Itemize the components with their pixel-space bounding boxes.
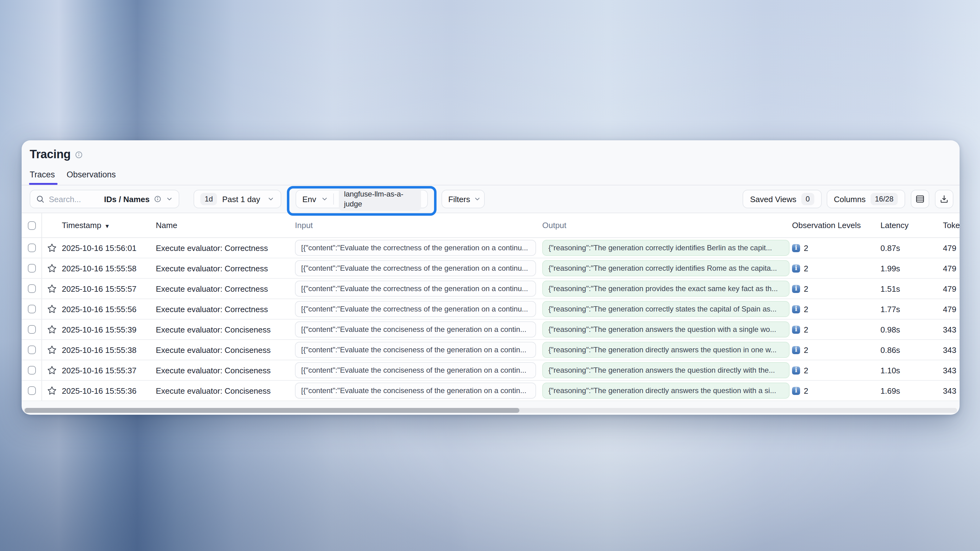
trace-tokens: 479 → (943, 284, 959, 293)
trace-name: Execute evaluator: Conciseness (156, 325, 295, 334)
row-checkbox[interactable] (27, 325, 35, 334)
table-row[interactable]: 2025-10-16 15:55:37 Execute evaluator: C… (22, 360, 959, 381)
columns-button[interactable]: Columns 16/28 (826, 190, 905, 208)
search-scope-label[interactable]: IDs / Names (104, 194, 150, 204)
trace-output-preview[interactable]: {"reasoning":"The generation correctly s… (542, 301, 789, 317)
trace-name: Execute evaluator: Conciseness (156, 386, 295, 395)
trace-name: Execute evaluator: Conciseness (156, 345, 295, 354)
row-checkbox[interactable] (27, 305, 35, 313)
tab-bar: Traces Observations (30, 170, 951, 185)
table-row[interactable]: 2025-10-16 15:55:39 Execute evaluator: C… (22, 319, 959, 340)
observation-level-count: 2 (804, 365, 808, 375)
row-checkbox[interactable] (27, 366, 35, 375)
trace-tokens: 479 → (943, 304, 959, 314)
trace-timestamp: 2025-10-16 15:56:01 (62, 243, 156, 252)
row-checkbox[interactable] (27, 243, 35, 252)
trace-timestamp: 2025-10-16 15:55:58 (62, 264, 156, 273)
star-icon[interactable] (47, 324, 57, 334)
horizontal-scrollbar[interactable] (24, 408, 957, 413)
export-button[interactable] (935, 190, 953, 208)
table-rows-icon (915, 194, 925, 204)
observation-level-count: 2 (804, 386, 808, 395)
table-row[interactable]: 2025-10-16 15:55:38 Execute evaluator: C… (22, 340, 959, 360)
info-icon[interactable] (154, 195, 161, 203)
horizontal-scrollbar-thumb[interactable] (25, 408, 519, 413)
header-latency[interactable]: Latency (880, 221, 943, 230)
star-icon[interactable] (47, 263, 57, 273)
table-row[interactable]: 2025-10-16 15:55:58 Execute evaluator: C… (22, 258, 959, 279)
trace-input-preview[interactable]: [{"content":"Evaluate the correctness of… (295, 281, 536, 297)
header-cell-select (22, 213, 42, 237)
trace-input-preview[interactable]: [{"content":"Evaluate the conciseness of… (295, 362, 536, 378)
trace-input-preview[interactable]: [{"content":"Evaluate the conciseness of… (295, 383, 536, 399)
star-icon[interactable] (47, 386, 57, 395)
trace-output-preview[interactable]: {"reasoning":"The generation correctly i… (542, 260, 789, 276)
saved-views-button[interactable]: Saved Views 0 (743, 190, 821, 208)
trace-timestamp: 2025-10-16 15:55:57 (62, 284, 156, 293)
filters-button[interactable]: Filters (441, 190, 485, 208)
row-checkbox[interactable] (27, 264, 35, 273)
header-input[interactable]: Input (295, 221, 542, 230)
columns-count-badge: 16/28 (870, 193, 898, 205)
chevron-down-icon (474, 195, 481, 203)
select-all-checkbox[interactable] (27, 221, 35, 230)
trace-latency: 0.87s (880, 243, 943, 252)
trace-output-preview[interactable]: {"reasoning":"The generation correctly i… (542, 240, 789, 256)
trace-output-preview[interactable]: {"reasoning":"The generation answers the… (542, 362, 789, 378)
trace-input-preview[interactable]: [{"content":"Evaluate the correctness of… (295, 240, 536, 256)
star-icon[interactable] (47, 284, 57, 294)
trace-name: Execute evaluator: Correctness (156, 284, 295, 293)
sort-desc-icon: ▼ (105, 223, 110, 229)
trace-latency: 1.77s (880, 304, 943, 314)
trace-latency: 1.69s (880, 386, 943, 395)
table-row[interactable]: 2025-10-16 15:55:36 Execute evaluator: C… (22, 381, 959, 401)
trace-input-preview[interactable]: [{"content":"Evaluate the conciseness of… (295, 342, 536, 358)
env-filter-select[interactable]: Env langfuse-llm-as-a-judge (296, 190, 428, 208)
trace-input-preview[interactable]: [{"content":"Evaluate the correctness of… (295, 301, 536, 317)
trace-output-preview[interactable]: {"reasoning":"The generation directly an… (542, 383, 789, 399)
saved-views-label: Saved Views (750, 194, 796, 204)
star-icon[interactable] (47, 243, 57, 253)
row-checkbox[interactable] (27, 346, 35, 354)
star-icon[interactable] (47, 345, 57, 355)
trace-name: Execute evaluator: Correctness (156, 304, 295, 314)
time-range-chip: 1d (200, 193, 217, 205)
trace-timestamp: 2025-10-16 15:55:56 (62, 304, 156, 314)
star-icon[interactable] (47, 304, 57, 314)
trace-output-preview[interactable]: {"reasoning":"The generation provides th… (542, 281, 789, 297)
info-level-icon: i (792, 305, 800, 313)
env-filter-value-badge: langfuse-llm-as-a-judge (339, 187, 421, 211)
header-observation-levels[interactable]: Observation Levels (792, 221, 880, 230)
row-height-button[interactable] (911, 190, 929, 208)
info-icon[interactable] (75, 151, 83, 159)
table-row[interactable]: 2025-10-16 15:56:01 Execute evaluator: C… (22, 238, 959, 258)
trace-name: Execute evaluator: Conciseness (156, 365, 295, 375)
trace-tokens: 343 → (943, 386, 959, 395)
header-timestamp[interactable]: Timestamp▼ (62, 221, 156, 230)
trace-timestamp: 2025-10-16 15:55:36 (62, 386, 156, 395)
row-checkbox[interactable] (27, 284, 35, 293)
table-row[interactable]: 2025-10-16 15:55:57 Execute evaluator: C… (22, 279, 959, 299)
trace-latency: 0.86s (880, 345, 943, 354)
time-range-label: Past 1 day (222, 194, 260, 204)
trace-input-preview[interactable]: [{"content":"Evaluate the correctness of… (295, 260, 536, 276)
chevron-down-icon (267, 195, 275, 203)
tab-observations[interactable]: Observations (67, 170, 116, 185)
trace-output-preview[interactable]: {"reasoning":"The generation answers the… (542, 321, 789, 337)
table-row[interactable]: 2025-10-16 15:55:56 Execute evaluator: C… (22, 299, 959, 319)
trace-input-preview[interactable]: [{"content":"Evaluate the conciseness of… (295, 321, 536, 337)
trace-latency: 1.51s (880, 284, 943, 293)
trace-output-preview[interactable]: {"reasoning":"The generation directly an… (542, 342, 789, 358)
header-tokens[interactable]: Tokens (943, 221, 959, 230)
search-input[interactable]: Search... IDs / Names (30, 190, 179, 208)
header-name[interactable]: Name (156, 221, 295, 230)
info-level-icon: i (792, 387, 800, 395)
time-range-select[interactable]: 1d Past 1 day (194, 190, 281, 208)
row-checkbox[interactable] (27, 386, 35, 395)
trace-latency: 1.10s (880, 365, 943, 375)
header-output[interactable]: Output (542, 221, 792, 230)
star-icon[interactable] (47, 365, 57, 375)
trace-timestamp: 2025-10-16 15:55:38 (62, 345, 156, 354)
tab-traces[interactable]: Traces (30, 170, 55, 185)
search-icon (36, 195, 45, 203)
